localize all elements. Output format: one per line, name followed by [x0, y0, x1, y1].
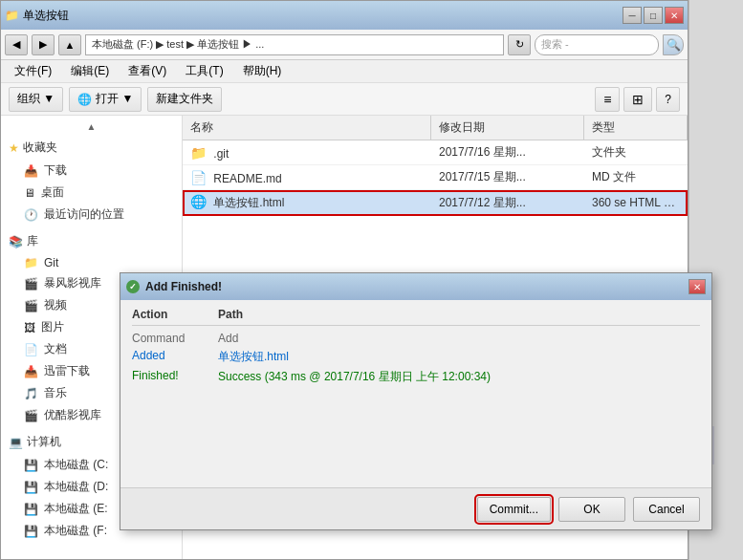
file-date-readme: 2017/7/15 星期...	[431, 165, 584, 189]
video-icon: 🎬	[24, 299, 38, 312]
dialog-close-button[interactable]: ✕	[688, 279, 706, 294]
up-button[interactable]: ▲	[58, 34, 81, 55]
view-list-button[interactable]: ≡	[595, 87, 620, 112]
docs-icon: 📄	[24, 343, 38, 356]
title-bar-left: 📁 单选按钮	[5, 8, 69, 24]
organize-button[interactable]: 组织 ▼	[9, 87, 63, 112]
col-header-name[interactable]: 名称	[183, 116, 431, 140]
maximize-button[interactable]: □	[644, 7, 663, 24]
star-icon: ★	[9, 141, 19, 155]
refresh-button[interactable]: ↻	[508, 34, 531, 55]
drive-c-icon: 💾	[24, 459, 38, 472]
dialog-action-command: Command	[132, 332, 218, 345]
search-box: 搜索 -	[535, 34, 659, 55]
toolbar-right: ≡ ⊞ ?	[595, 87, 680, 112]
dialog-row-finished: Finished! Success (343 ms @ 2017/7/16 星期…	[132, 367, 700, 387]
menu-view[interactable]: 查看(V)	[119, 60, 176, 82]
computer-icon: 💻	[9, 436, 23, 449]
folder-icon-git: 📁	[190, 145, 207, 161]
open-icon: 🌐	[77, 93, 92, 106]
dialog-title-icon: ✓	[126, 280, 140, 293]
desktop-icon: 🖥	[24, 186, 35, 200]
computer-label: 计算机	[27, 434, 61, 450]
ok-button[interactable]: OK	[558, 497, 625, 522]
dialog-header-path: Path	[218, 308, 700, 321]
dialog-footer: Commit... OK Cancel	[120, 487, 711, 529]
dialog-row-added: Added 单选按钮.html	[132, 347, 700, 367]
favorites-section: ★ 收藏夹 📥 下载 🖥 桌面 🕐 最近访问的位置	[1, 134, 182, 227]
sidebar-item-desktop[interactable]: 🖥 桌面	[1, 182, 182, 204]
col-header-type[interactable]: 类型	[584, 116, 688, 140]
dialog-title-label: Add Finished!	[145, 280, 222, 293]
drive-f-icon: 💾	[24, 525, 38, 538]
forward-button[interactable]: ▶	[32, 34, 55, 55]
baofeng-icon: 🎬	[24, 277, 38, 291]
favorites-header[interactable]: ★ 收藏夹	[1, 136, 182, 160]
dialog-body: Action Path Command Add Added 单选按钮.html …	[120, 300, 711, 487]
file-type-readme: MD 文件	[584, 165, 688, 189]
toolbar: 组织 ▼ 🌐 打开 ▼ 新建文件夹 ≡ ⊞ ?	[1, 83, 688, 116]
help-button[interactable]: ?	[656, 87, 680, 112]
file-name-html: 🌐 单选按钮.html	[183, 190, 431, 215]
menu-help[interactable]: 帮助(H)	[233, 60, 292, 82]
download-icon: 📥	[24, 164, 38, 178]
commit-button[interactable]: Commit...	[477, 497, 551, 522]
pictures-icon: 🖼	[24, 321, 35, 334]
youku-icon: 🎬	[24, 409, 38, 422]
sidebar-item-recent[interactable]: 🕐 最近访问的位置	[1, 204, 182, 226]
recent-icon: 🕐	[24, 208, 38, 222]
file-icon-html: 🌐	[190, 194, 207, 209]
menu-tools[interactable]: 工具(T)	[176, 60, 232, 82]
close-button[interactable]: ✕	[665, 7, 684, 24]
file-date-html: 2017/7/12 星期...	[431, 191, 584, 215]
dialog-action-added: Added	[132, 349, 218, 362]
menu-edit[interactable]: 编辑(E)	[61, 60, 119, 82]
music-icon: 🎵	[24, 387, 38, 400]
sidebar-item-git[interactable]: 📁 Git	[1, 253, 182, 272]
dialog-row-command: Command Add	[132, 330, 700, 347]
open-button[interactable]: 🌐 打开 ▼	[69, 87, 142, 112]
dialog-action-finished: Finished!	[132, 369, 218, 382]
title-bar-controls: ─ □ ✕	[623, 7, 684, 24]
col-header-date[interactable]: 修改日期	[431, 116, 584, 140]
drive-e-icon: 💾	[24, 503, 38, 516]
file-row-git[interactable]: 📁 .git 2017/7/16 星期... 文件夹	[183, 140, 688, 165]
file-type-html: 360 se HTML Do...	[584, 192, 688, 213]
file-date-git: 2017/7/16 星期...	[431, 140, 584, 164]
add-finished-dialog: ✓ Add Finished! ✕ Action Path Command Ad…	[120, 272, 712, 530]
new-folder-button[interactable]: 新建文件夹	[147, 87, 222, 112]
dialog-table-header: Action Path	[132, 308, 700, 326]
dialog-path-success: Success (343 ms @ 2017/7/16 星期日 上午 12:00…	[218, 369, 700, 385]
dialog-path-add: Add	[218, 332, 700, 345]
menu-file[interactable]: 文件(F)	[5, 60, 61, 82]
file-list-header: 名称 修改日期 类型	[183, 116, 688, 140]
search-button[interactable]: 🔍	[663, 34, 684, 55]
dialog-header-action: Action	[132, 308, 218, 321]
menu-bar: 文件(F) 编辑(E) 查看(V) 工具(T) 帮助(H)	[1, 60, 688, 83]
favorites-label: 收藏夹	[23, 140, 57, 156]
address-path[interactable]: 本地磁盘 (F:) ▶ test ▶ 单选按钮 ▶ ...	[85, 34, 504, 55]
library-icon: 📚	[9, 235, 23, 248]
window-icon: 📁	[5, 9, 19, 22]
back-button[interactable]: ◀	[5, 34, 28, 55]
file-icon-readme: 📄	[190, 170, 207, 185]
git-icon: 📁	[24, 256, 38, 269]
library-label: 库	[27, 233, 38, 249]
title-bar: 📁 单选按钮 ─ □ ✕	[1, 1, 688, 30]
address-bar: ◀ ▶ ▲ 本地磁盘 (F:) ▶ test ▶ 单选按钮 ▶ ... ↻ 搜索…	[1, 30, 688, 60]
sidebar-item-download[interactable]: 📥 下载	[1, 160, 182, 182]
dialog-title-bar: ✓ Add Finished! ✕	[120, 273, 711, 300]
file-type-git: 文件夹	[584, 140, 688, 164]
search-placeholder: 搜索 -	[541, 37, 569, 52]
xunlei-icon: 📥	[24, 365, 38, 378]
drive-d-icon: 💾	[24, 481, 38, 494]
cancel-button[interactable]: Cancel	[633, 497, 700, 522]
view-grid-button[interactable]: ⊞	[623, 87, 652, 112]
file-row-readme[interactable]: 📄 README.md 2017/7/15 星期... MD 文件	[183, 165, 688, 190]
library-header[interactable]: 📚 库	[1, 229, 182, 253]
file-row-html[interactable]: 🌐 单选按钮.html 2017/7/12 星期... 360 se HTML …	[183, 190, 688, 216]
window-title: 单选按钮	[23, 8, 69, 24]
file-name-readme: 📄 README.md	[183, 166, 431, 189]
minimize-button[interactable]: ─	[623, 7, 642, 24]
dialog-title-text: ✓ Add Finished!	[126, 280, 222, 293]
